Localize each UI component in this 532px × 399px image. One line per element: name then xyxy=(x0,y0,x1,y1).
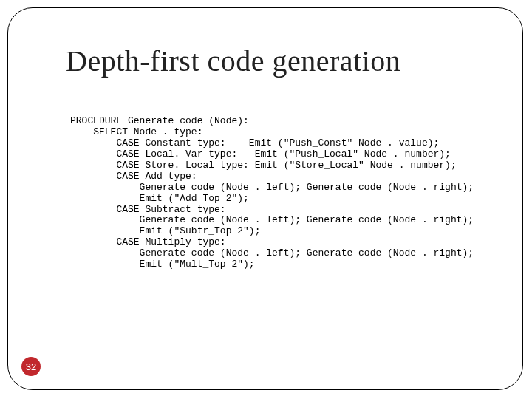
code-block: PROCEDURE Generate code (Node): SELECT N… xyxy=(70,116,474,270)
slide-title: Depth-first code generation xyxy=(66,44,400,78)
page-number-badge: 32 xyxy=(21,357,41,376)
slide-frame: Depth-first code generation PROCEDURE Ge… xyxy=(7,7,523,390)
